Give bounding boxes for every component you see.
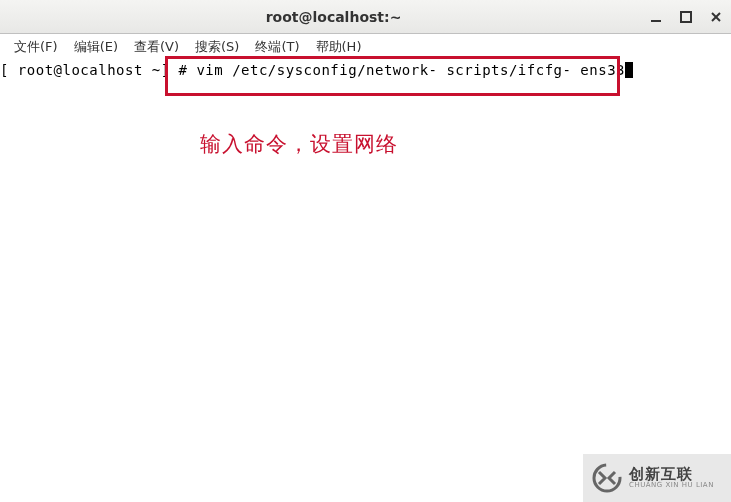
window-titlebar: root@localhost:~ [0,0,731,34]
menu-terminal[interactable]: 终端(T) [247,36,307,58]
maximize-icon [680,11,692,23]
watermark-logo-icon [591,462,623,494]
terminal-cursor [625,62,633,78]
window-controls [649,10,731,24]
minimize-button[interactable] [649,10,663,24]
watermark-en: CHUANG XIN HU LIAN [629,482,714,490]
shell-command: vim /etc/sysconfig/network- scripts/ifcf… [196,62,625,78]
maximize-button[interactable] [679,10,693,24]
window-title: root@localhost:~ [18,9,649,25]
svg-rect-1 [681,12,691,22]
menu-view[interactable]: 查看(V) [126,36,187,58]
menu-edit[interactable]: 编辑(E) [66,36,126,58]
svg-rect-0 [651,20,661,22]
close-icon [710,11,722,23]
close-button[interactable] [709,10,723,24]
watermark-text: 创新互联 CHUANG XIN HU LIAN [629,466,714,490]
watermark-cn: 创新互联 [629,466,714,483]
minimize-icon [650,11,662,23]
menu-file[interactable]: 文件(F) [6,36,66,58]
menubar: 文件(F) 编辑(E) 查看(V) 搜索(S) 终端(T) 帮助(H) [0,34,731,60]
shell-prompt: [ root@localhost ~] # [0,62,196,78]
terminal-line: [ root@localhost ~] # vim /etc/sysconfig… [0,60,731,78]
menu-help[interactable]: 帮助(H) [308,36,370,58]
watermark: 创新互联 CHUANG XIN HU LIAN [583,454,731,502]
annotation-text: 输入命令，设置网络 [200,130,398,158]
titlebar-left-spacer [0,0,18,33]
terminal-content[interactable]: [ root@localhost ~] # vim /etc/sysconfig… [0,60,731,502]
menu-search[interactable]: 搜索(S) [187,36,247,58]
